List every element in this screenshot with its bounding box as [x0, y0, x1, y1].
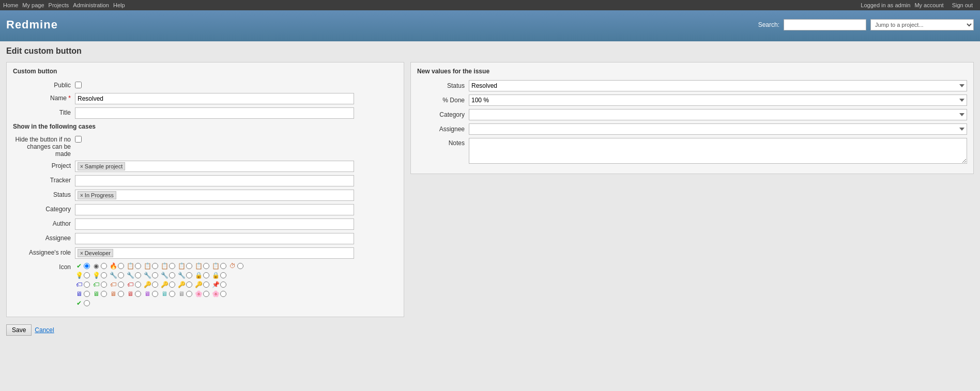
project-tag-remove[interactable]: ×	[80, 164, 83, 169]
icon-radio-20[interactable]	[84, 281, 90, 288]
cancel-button[interactable]: Cancel	[35, 324, 54, 336]
icon-radio-38[interactable]	[84, 300, 90, 306]
name-input[interactable]	[75, 93, 354, 104]
icon-radio-9[interactable]	[220, 263, 226, 269]
icon-radio-29[interactable]	[84, 291, 90, 297]
right-status-select[interactable]: Resolved	[469, 80, 967, 91]
my-account-link[interactable]: My account	[914, 2, 943, 8]
icon-radio-16[interactable]	[169, 272, 175, 278]
public-row: Public	[13, 80, 397, 90]
icon-item-2: ◉	[92, 262, 107, 270]
monitor-icon-3: 🖥	[109, 290, 117, 298]
author-tag-field[interactable]	[75, 218, 354, 230]
icon-radio-31[interactable]	[118, 291, 124, 297]
fire-icon: 🔥	[109, 262, 117, 270]
nav-home[interactable]: Home	[3, 2, 18, 8]
icon-radio-14[interactable]	[135, 272, 141, 278]
header-right: Search: Jump to a project...	[758, 19, 974, 30]
icon-row-4: 🖥 🖥 🖥 🖥	[75, 290, 385, 298]
save-button[interactable]: Save	[6, 324, 32, 336]
category-control	[75, 204, 354, 215]
icon-radio-6[interactable]	[169, 263, 175, 269]
search-label: Search:	[758, 21, 779, 28]
right-percent-select[interactable]: 100 %	[469, 95, 967, 106]
search-input[interactable]	[784, 19, 866, 30]
icon-item-3: 🔥	[109, 262, 124, 270]
status-row: Status × In Progress	[13, 190, 397, 201]
icon-radio-37[interactable]	[220, 291, 226, 297]
icon-radio-32[interactable]	[135, 291, 141, 297]
tracker-tag-field[interactable]	[75, 175, 354, 186]
icon-item-20: 🏷	[75, 280, 90, 289]
left-panel-title: Custom button	[13, 68, 397, 75]
icon-radio-21[interactable]	[101, 281, 107, 288]
sign-out-link[interactable]: Sign out	[952, 2, 973, 8]
tracker-control	[75, 175, 354, 186]
icon-radio-3[interactable]	[118, 263, 124, 269]
category-tag-field[interactable]	[75, 204, 354, 215]
icon-radio-12[interactable]	[101, 272, 107, 278]
icon-radio-22[interactable]	[118, 281, 124, 288]
icon-row-3: 🏷 🏷 🏷 🏷	[75, 280, 385, 289]
icon-radio-11[interactable]	[84, 272, 90, 278]
nav-projects[interactable]: Projects	[49, 2, 69, 8]
right-notes-textarea[interactable]	[469, 138, 967, 164]
icon-radio-28[interactable]	[220, 281, 226, 288]
icon-radio-8[interactable]	[203, 263, 209, 269]
icon-radio-26[interactable]	[186, 281, 192, 288]
assignees-role-tag-remove[interactable]: ×	[80, 251, 83, 256]
icon-radio-18[interactable]	[203, 272, 209, 278]
icon-radio-36[interactable]	[203, 291, 209, 297]
icon-radio-7[interactable]	[186, 263, 192, 269]
nav-mypage[interactable]: My page	[22, 2, 44, 8]
icon-item-35: 🖥	[177, 290, 192, 298]
wrench-icon-3: 🔧	[143, 271, 151, 279]
icon-radio-33[interactable]	[152, 291, 158, 297]
icon-radio-13[interactable]	[118, 272, 124, 278]
icon-radio-19[interactable]	[220, 272, 226, 278]
right-assignee-select[interactable]	[469, 123, 967, 135]
check-circle-icon: ✔	[75, 262, 83, 270]
topbar: Home My page Projects Administration Hel…	[0, 0, 980, 10]
public-checkbox[interactable]	[75, 82, 82, 88]
icon-radio-25[interactable]	[169, 281, 175, 288]
project-tag-field[interactable]: × Sample project	[75, 161, 354, 172]
status-tag-field[interactable]: × In Progress	[75, 190, 354, 201]
monitor-icon-5: 🖥	[143, 290, 151, 298]
icon-radio-35[interactable]	[186, 291, 192, 297]
icon-radio-1[interactable]	[84, 263, 90, 269]
icon-radio-23[interactable]	[135, 281, 141, 288]
author-control	[75, 218, 354, 230]
status-tag-remove[interactable]: ×	[80, 193, 83, 198]
icon-radio-15[interactable]	[152, 272, 158, 278]
nav-administration[interactable]: Administration	[73, 2, 109, 8]
icon-radio-34[interactable]	[169, 291, 175, 297]
icon-radio-4[interactable]	[135, 263, 141, 269]
bulb-icon-2: 💡	[92, 271, 100, 279]
assignees-role-tag-field[interactable]: × Developer	[75, 247, 354, 259]
icon-radio-30[interactable]	[101, 291, 107, 297]
assignee-tag-field[interactable]	[75, 233, 354, 244]
icon-radio-17[interactable]	[186, 272, 192, 278]
hide-button-checkbox[interactable]	[75, 136, 82, 143]
icon-radio-2[interactable]	[101, 263, 107, 269]
clipboard-icon-4: 📋	[177, 262, 186, 270]
title-input[interactable]	[75, 107, 354, 119]
jump-to-project-select[interactable]: Jump to a project...	[870, 19, 974, 30]
timer-icon: ⏱	[228, 262, 237, 270]
icon-radio-5[interactable]	[152, 263, 158, 269]
nav-help[interactable]: Help	[113, 2, 125, 8]
assignees-role-control: × Developer	[75, 247, 354, 259]
icon-item-6: 📋	[160, 262, 175, 270]
key-icon-1: 🔑	[143, 280, 151, 289]
show-section-header: Show in the following cases	[13, 122, 397, 131]
icon-item-15: 🔧	[143, 271, 158, 279]
icon-radio-10[interactable]	[237, 263, 243, 269]
icon-radio-24[interactable]	[152, 281, 158, 288]
right-percent-label: % Done	[417, 97, 469, 104]
right-category-select[interactable]	[469, 109, 967, 120]
category-row: Category	[13, 204, 397, 215]
hide-button-row: Hide the button if no changes can be mad…	[13, 134, 397, 158]
icon-radio-27[interactable]	[203, 281, 209, 288]
right-assignee-label: Assignee	[417, 126, 469, 133]
